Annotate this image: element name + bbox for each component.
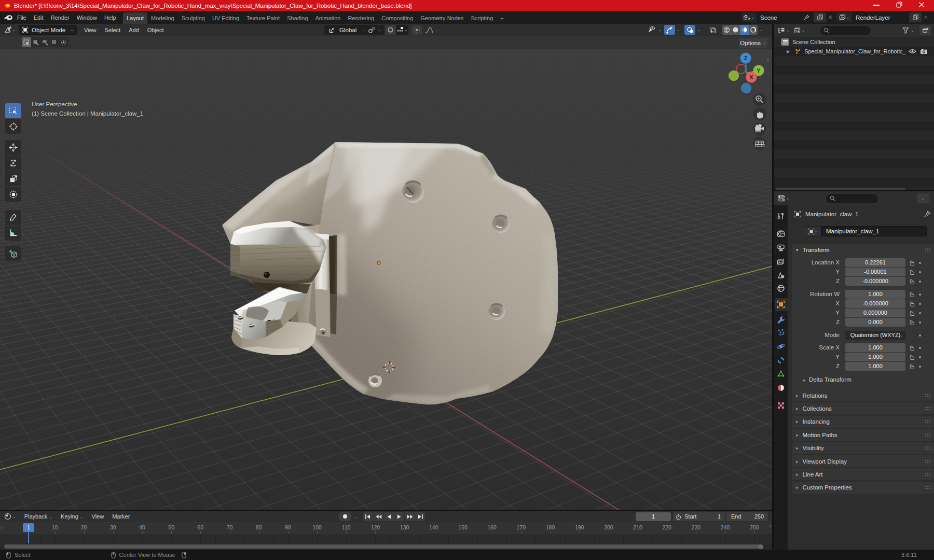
svg-text:‹: ‹ [767, 57, 768, 62]
svg-text:Y: Y [757, 67, 761, 74]
svg-text:Z: Z [744, 55, 748, 61]
svg-text:X: X [749, 74, 753, 80]
